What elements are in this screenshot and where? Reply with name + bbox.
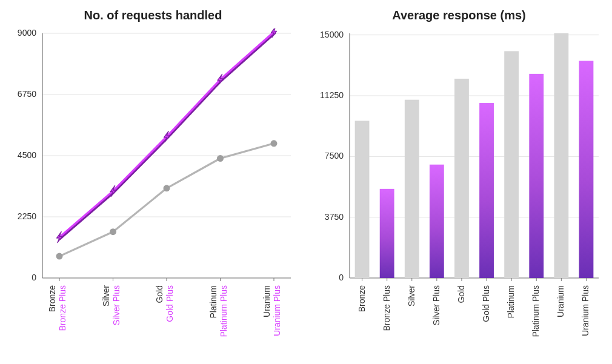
svg-text:2250: 2250 [18, 211, 36, 221]
chart-average-response: Average response (ms) 037507500112501500… [306, 0, 612, 364]
chart-requests-title: No. of requests handled [6, 8, 300, 22]
x-label: Gold [456, 285, 466, 303]
svg-text:0: 0 [339, 273, 344, 282]
x-label-base: Gold [155, 285, 164, 303]
x-label-base: Bronze [47, 285, 57, 313]
svg-text:6750: 6750 [18, 89, 36, 99]
chart-average-response-title: Average response (ms) [312, 8, 606, 22]
bar [380, 189, 394, 278]
bar [479, 103, 494, 278]
bar [579, 61, 594, 278]
chart-requests: No. of requests handled 0225045006750900… [0, 0, 306, 364]
bar [454, 79, 469, 278]
bar [504, 51, 519, 278]
chart-average-response-svg: 0375075001125015000BronzeBronze PlusSilv… [312, 28, 606, 349]
x-label-base: Silver [101, 285, 111, 306]
svg-text:4500: 4500 [18, 150, 36, 160]
bar [430, 165, 444, 278]
svg-text:11250: 11250 [320, 90, 344, 100]
bar [554, 33, 568, 278]
x-label-plus: Gold Plus [165, 285, 175, 322]
x-label-plus: Silver Plus [111, 285, 121, 325]
bar [355, 121, 370, 278]
svg-text:3750: 3750 [325, 212, 344, 222]
x-label-plus: Platinum Plus [219, 285, 228, 337]
chart-requests-svg: 02250450067509000BronzeBronze PlusSilver… [6, 28, 300, 349]
line-series-base [59, 144, 274, 256]
x-label-plus: Uranium Plus [272, 285, 282, 336]
x-label: Uranium [556, 285, 565, 317]
x-label: Silver Plus [431, 285, 441, 325]
x-label-base: Platinum [208, 285, 218, 318]
bolt-icon [57, 232, 62, 243]
x-label: Bronze [357, 285, 367, 313]
svg-text:0: 0 [32, 273, 36, 282]
line-point-base [164, 185, 170, 191]
line-point-base [217, 155, 224, 162]
bar [405, 100, 419, 278]
svg-text:9000: 9000 [18, 28, 36, 38]
x-label-base: Uranium [262, 285, 271, 317]
x-label: Platinum Plus [531, 285, 540, 337]
x-label: Uranium Plus [580, 285, 590, 336]
x-label: Bronze Plus [382, 285, 391, 331]
line-point-base [110, 228, 116, 235]
x-label: Platinum [506, 285, 516, 318]
svg-text:15000: 15000 [320, 30, 344, 39]
x-label: Silver [407, 285, 416, 306]
svg-text:7500: 7500 [325, 151, 344, 160]
x-label-plus: Bronze Plus [58, 285, 67, 331]
bar [529, 74, 544, 278]
line-point-base [271, 140, 278, 147]
line-point-base [56, 253, 63, 260]
x-label: Gold Plus [481, 285, 491, 322]
